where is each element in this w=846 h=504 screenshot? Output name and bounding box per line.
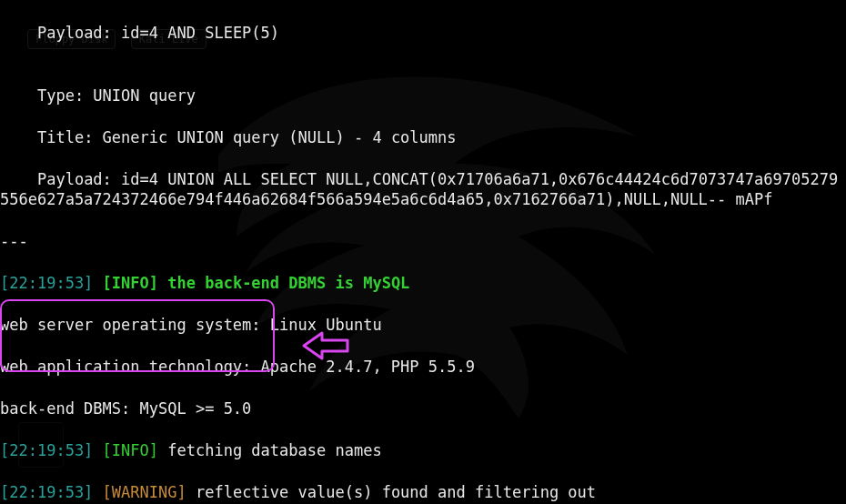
timestamp: [22:19:53]: [0, 483, 93, 501]
info-msg: fetching database names: [158, 441, 382, 459]
info-tag: [INFO]: [93, 274, 158, 292]
timestamp: [22:19:53]: [0, 274, 93, 292]
output-line-info: [22:19:53] [INFO] the back-end DBMS is M…: [0, 273, 846, 294]
output-line: web application technology: Apache 2.4.7…: [0, 357, 846, 378]
output-line: ---: [0, 231, 846, 252]
warning-tag: [WARNING]: [93, 483, 186, 501]
output-line: back-end DBMS: MySQL >= 5.0: [0, 398, 846, 419]
timestamp: [22:19:53]: [0, 441, 93, 459]
output-line: Payload: id=4 UNION ALL SELECT NULL,CONC…: [0, 169, 846, 211]
output-line-info: [22:19:53] [INFO] fetching database name…: [0, 440, 846, 461]
terminal-output[interactable]: Payload: id=4 AND SLEEP(5) Type: UNION q…: [0, 0, 846, 504]
output-line: web server operating system: Linux Ubunt…: [0, 315, 846, 336]
output-line: Type: UNION query: [0, 86, 846, 106]
output-line: Payload: id=4 AND SLEEP(5): [0, 23, 846, 44]
output-line-warning: [22:19:53] [WARNING] reflective value(s)…: [0, 482, 846, 503]
output-line: Title: Generic UNION query (NULL) - 4 co…: [0, 127, 846, 148]
warning-msg: reflective value(s) found and filtering …: [186, 483, 596, 501]
info-tag: [INFO]: [93, 441, 158, 459]
info-msg: the back-end DBMS is MySQL: [158, 274, 409, 292]
